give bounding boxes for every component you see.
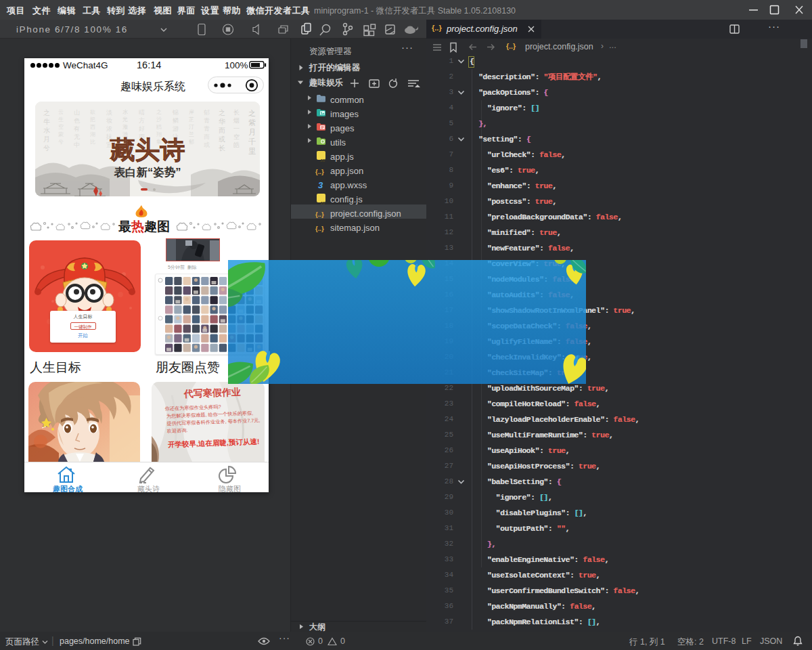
svg-text:欢迎咨询.: 欢迎咨询.: [167, 427, 188, 434]
svg-text:表白新“姿势”: 表白新“姿势”: [114, 166, 181, 178]
svg-text:藏头诗: 藏头诗: [110, 136, 185, 164]
svg-text:代写寒假作业: 代写寒假作业: [183, 387, 242, 399]
